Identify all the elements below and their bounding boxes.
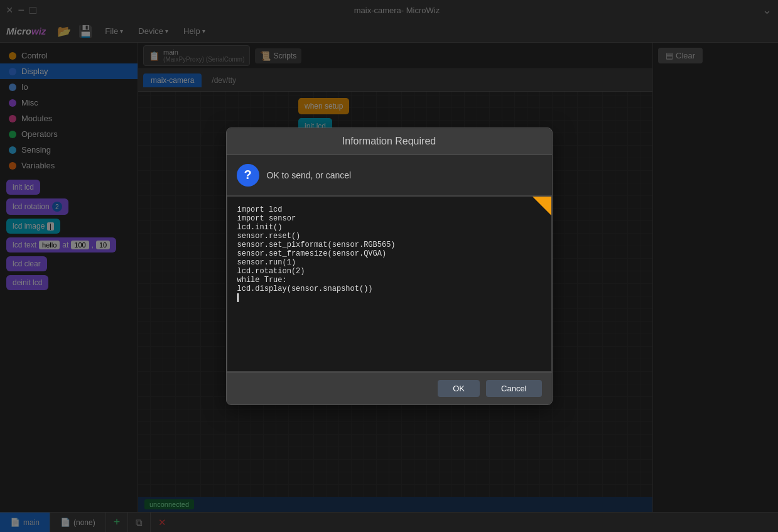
cancel-button[interactable]: Cancel [486,380,541,397]
code-triangle [532,197,551,215]
modal-title: Information Required [227,128,552,155]
ok-button[interactable]: OK [438,380,480,397]
question-icon: ? [237,164,259,187]
code-content: import lcdimport sensorlcd.init()sensor.… [237,205,541,302]
modal-code-area: import lcdimport sensorlcd.init()sensor.… [227,196,552,372]
modal-overlay: Information Required ? OK to send, or ca… [0,0,778,532]
modal-question-text: OK to send, or cancel [267,170,352,180]
modal-question-area: ? OK to send, or cancel [227,155,552,196]
modal-dialog: Information Required ? OK to send, or ca… [226,128,553,405]
modal-footer: OK Cancel [227,372,552,404]
